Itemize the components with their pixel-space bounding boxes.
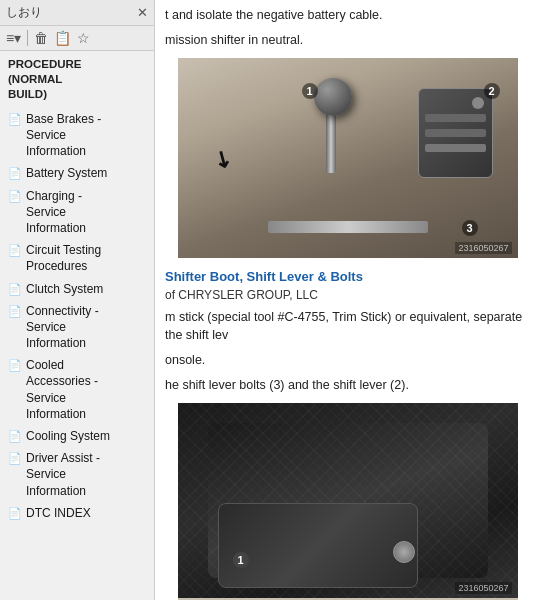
main-text-4: he shift lever bolts (3) and the shift l… <box>165 376 530 395</box>
sidebar-header: しおり ✕ <box>0 0 154 26</box>
main-content: t and isolate the negative battery cable… <box>155 0 540 600</box>
nav-item-cooling-system[interactable]: 📄 Cooling System <box>0 425 154 447</box>
image2-watermark: 2316050267 <box>455 582 511 594</box>
nav-item-label: Charging -ServiceInformation <box>26 188 148 237</box>
nav-item-icon: 📄 <box>8 282 22 297</box>
badge-1: 1 <box>302 83 318 99</box>
shifter-image-container: 1 2 3 ↘ 2316050267 <box>165 58 530 261</box>
shift-rail <box>268 221 428 233</box>
section-heading: Shifter Boot, Shift Lever & Bolts <box>165 269 530 284</box>
console-button-2 <box>425 114 486 122</box>
nav-item-label: CooledAccessories -ServiceInformation <box>26 357 148 422</box>
menu-icon[interactable]: ≡▾ <box>6 30 21 46</box>
nav-item-cooled-accessories[interactable]: 📄 CooledAccessories -ServiceInformation <box>0 354 154 425</box>
image-bg-2: 1 2316050267 <box>178 403 518 598</box>
console-button-1 <box>472 97 484 109</box>
sidebar-close-button[interactable]: ✕ <box>137 6 148 19</box>
nav-item-label: Cooling System <box>26 428 148 444</box>
nav-item-connectivity[interactable]: 📄 Connectivity -ServiceInformation <box>0 300 154 355</box>
console-shape <box>218 503 418 588</box>
nav-item-icon: 📄 <box>8 358 22 373</box>
sidebar-nav[interactable]: PROCEDURE(NORMALBUILD) 📄 Base Brakes -Se… <box>0 51 154 600</box>
main-text-3b: onsole. <box>165 351 530 370</box>
nav-item-icon: 📄 <box>8 451 22 466</box>
nav-item-circuit-testing[interactable]: 📄 Circuit TestingProcedures <box>0 239 154 277</box>
console-panel <box>418 88 493 178</box>
nav-item-label: Connectivity -ServiceInformation <box>26 303 148 352</box>
nav-item-label: Base Brakes -ServiceInformation <box>26 111 148 160</box>
interior-image: 1 2316050267 <box>178 403 518 601</box>
shift-ball <box>314 78 352 116</box>
bookmark-icon[interactable]: ☆ <box>77 30 90 46</box>
nav-item-label: DTC INDEX <box>26 505 148 521</box>
sidebar: しおり ✕ ≡▾ 🗑 📋 ☆ PROCEDURE(NORMALBUILD) 📄 … <box>0 0 155 600</box>
main-text-3: m stick (special tool #C-4755, Trim Stic… <box>165 308 530 346</box>
bolt-circle <box>393 541 415 563</box>
toolbar-separator <box>27 30 28 46</box>
nav-item-icon: 📄 <box>8 429 22 444</box>
nav-item-label: Driver Assist -ServiceInformation <box>26 450 148 499</box>
nav-item-label: Circuit TestingProcedures <box>26 242 148 274</box>
shift-stick <box>326 108 336 173</box>
image-bg-1: 1 2 3 ↘ 2316050267 <box>178 58 518 258</box>
console-button-4 <box>425 144 486 152</box>
nav-item-icon: 📄 <box>8 243 22 258</box>
main-text-2: mission shifter in neutral. <box>165 31 530 50</box>
nav-item-clutch-system[interactable]: 📄 Clutch System <box>0 278 154 300</box>
nav-item-icon: 📄 <box>8 166 22 181</box>
nav-item-icon: 📄 <box>8 112 22 127</box>
badge-3: 3 <box>462 220 478 236</box>
nav-item-charging[interactable]: 📄 Charging -ServiceInformation <box>0 185 154 240</box>
image1-watermark: 2316050267 <box>455 242 511 254</box>
section-subheading: of CHRYSLER GROUP, LLC <box>165 288 530 302</box>
copy-icon[interactable]: 📋 <box>54 30 71 46</box>
nav-item-driver-assist[interactable]: 📄 Driver Assist -ServiceInformation <box>0 447 154 502</box>
nav-item-label: Clutch System <box>26 281 148 297</box>
nav-item-label: Battery System <box>26 165 148 181</box>
interior-image-container: 1 2316050267 <box>165 403 530 601</box>
nav-item-icon: 📄 <box>8 506 22 521</box>
nav-item-base-brakes[interactable]: 📄 Base Brakes -ServiceInformation <box>0 108 154 163</box>
console-button-3 <box>425 129 486 137</box>
nav-item-icon: 📄 <box>8 189 22 204</box>
sidebar-toolbar: ≡▾ 🗑 📋 ☆ <box>0 26 154 51</box>
delete-icon[interactable]: 🗑 <box>34 30 48 46</box>
nav-item-icon: 📄 <box>8 304 22 319</box>
nav-group-header: PROCEDURE(NORMALBUILD) <box>0 51 154 108</box>
main-text-1: t and isolate the negative battery cable… <box>165 6 530 25</box>
nav-item-dtc-index[interactable]: 📄 DTC INDEX <box>0 502 154 524</box>
nav-item-battery-system[interactable]: 📄 Battery System <box>0 162 154 184</box>
badge-img2-1: 1 <box>233 552 249 568</box>
sidebar-title: しおり <box>6 4 42 21</box>
badge-2: 2 <box>484 83 500 99</box>
shifter-image: 1 2 3 ↘ 2316050267 <box>178 58 518 258</box>
